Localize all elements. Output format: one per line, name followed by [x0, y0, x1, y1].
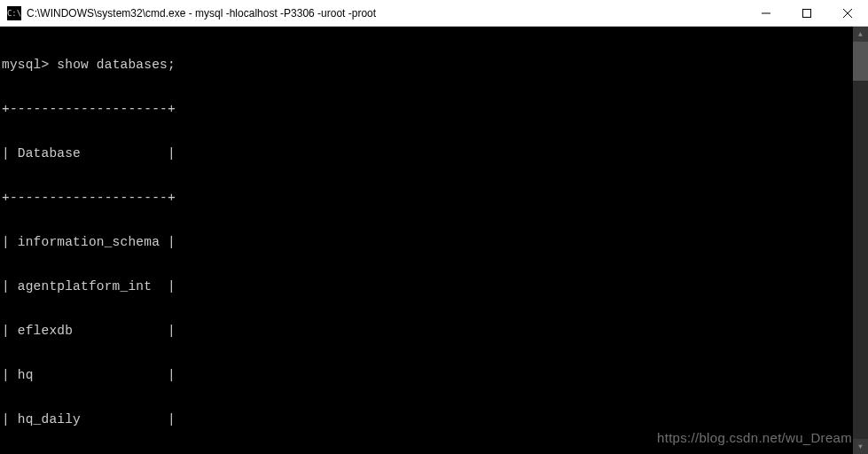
- table-row: | hq |: [2, 368, 868, 383]
- terminal-area[interactable]: mysql> show databases; +----------------…: [0, 27, 868, 454]
- cmd-icon: C:\: [7, 6, 21, 20]
- minimize-button[interactable]: [746, 0, 786, 26]
- watermark: https://blog.csdn.net/wu_Dream: [657, 430, 852, 445]
- window-title: C:\WINDOWS\system32\cmd.exe - mysql -hlo…: [27, 7, 746, 20]
- titlebar: C:\ C:\WINDOWS\system32\cmd.exe - mysql …: [0, 0, 868, 27]
- scroll-down-button[interactable]: ▼: [853, 439, 868, 454]
- table-row: | hq_daily |: [2, 412, 868, 427]
- command-show-databases: show databases;: [57, 58, 176, 72]
- scrollbar[interactable]: ▲ ▼: [853, 27, 868, 454]
- table-row: | agentplatform_int |: [2, 279, 868, 294]
- table-row: | eflexdb |: [2, 324, 868, 339]
- scrollbar-thumb[interactable]: [853, 42, 868, 81]
- window-controls: [746, 0, 868, 26]
- table-header: | Database |: [2, 146, 868, 161]
- maximize-button[interactable]: [786, 0, 827, 26]
- scroll-up-button[interactable]: ▲: [853, 27, 868, 42]
- close-button[interactable]: [827, 0, 868, 26]
- table-row: | information_schema |: [2, 235, 868, 250]
- table-border: +--------------------+: [2, 191, 868, 206]
- table-border: +--------------------+: [2, 102, 868, 117]
- svg-rect-1: [803, 9, 811, 17]
- mysql-prompt: mysql>: [2, 58, 49, 72]
